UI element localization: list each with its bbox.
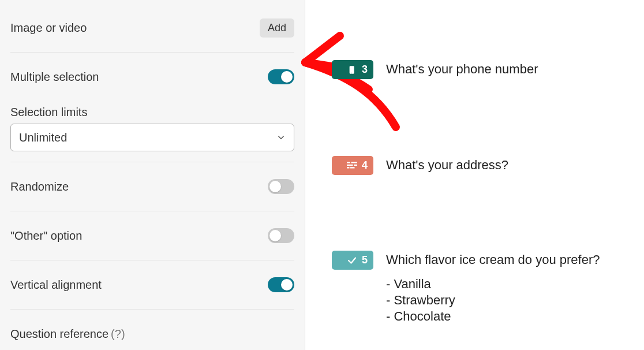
add-media-button[interactable]: Add [260, 18, 294, 38]
option-item: - Chocolate [386, 309, 600, 324]
question-title: What's your address? [386, 156, 508, 173]
randomize-toggle[interactable] [268, 179, 294, 194]
other-option-toggle[interactable] [268, 228, 294, 243]
question-title: What's your phone number [386, 60, 538, 77]
question-title: Which flavor ice cream do you prefer? [386, 251, 600, 267]
svg-rect-3 [354, 164, 357, 165]
image-or-video-label: Image or video [10, 21, 87, 35]
question-item[interactable]: 5 Which flavor ice cream do you prefer? … [332, 251, 600, 325]
question-number: 3 [362, 64, 368, 76]
divider [10, 309, 294, 310]
randomize-row: Randomize [10, 173, 294, 200]
vertical-alignment-toggle[interactable] [268, 277, 294, 292]
multiple-selection-toggle[interactable] [268, 69, 294, 84]
question-reference-label: Question reference [10, 327, 108, 341]
divider [10, 260, 294, 260]
vertical-alignment-row: Vertical alignment [10, 271, 294, 299]
question-options: - Vanilla - Strawberry - Chocolate [386, 277, 600, 324]
svg-rect-5 [350, 167, 355, 168]
question-number: 4 [362, 159, 368, 172]
multiple-selection-label: Multiple selection [10, 70, 99, 84]
question-number: 5 [362, 254, 368, 266]
vertical-alignment-label: Vertical alignment [10, 278, 102, 292]
svg-rect-4 [347, 167, 350, 168]
svg-rect-0 [347, 162, 350, 163]
help-icon[interactable]: (?) [111, 327, 125, 341]
option-item: - Strawberry [386, 293, 600, 308]
question-item[interactable]: 3 What's your phone number [332, 60, 538, 79]
divider [10, 52, 294, 53]
divider [10, 211, 294, 211]
annotation-arrow-icon [295, 29, 433, 133]
option-item: - Vanilla [386, 277, 600, 292]
question-badge: 4 [332, 156, 373, 175]
check-icon [347, 255, 357, 266]
multiple-selection-row: Multiple selection [10, 63, 294, 91]
address-icon [347, 162, 357, 170]
phone-icon [348, 65, 357, 75]
question-item[interactable]: 4 What's your address? [332, 156, 508, 175]
question-reference-row: Question reference (?) [10, 320, 294, 348]
randomize-label: Randomize [10, 180, 69, 193]
other-option-row: "Other" option [10, 222, 294, 250]
svg-rect-1 [351, 162, 357, 163]
image-or-video-row: Image or video Add [10, 14, 294, 42]
selection-limits-select[interactable]: Unlimited [10, 124, 294, 151]
other-option-label: "Other" option [10, 229, 82, 243]
question-badge: 5 [332, 251, 373, 270]
settings-panel: Image or video Add Multiple selection Se… [0, 0, 305, 350]
question-badge: 3 [332, 60, 373, 79]
divider [10, 162, 294, 162]
form-preview: 3 What's your phone number 4 What's your… [305, 0, 644, 350]
svg-rect-2 [347, 164, 353, 165]
selection-limits-field: Unlimited [10, 124, 294, 151]
selection-limits-label: Selection limits [10, 106, 294, 119]
